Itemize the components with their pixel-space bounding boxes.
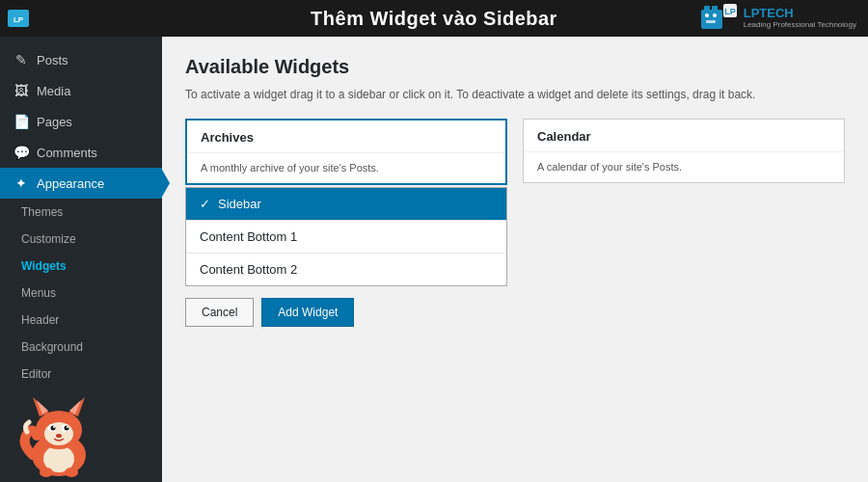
appearance-icon: ✦ [14, 175, 29, 191]
svg-point-6 [713, 13, 717, 17]
widgets-label: Widgets [21, 259, 67, 273]
sidebar-option-content-bottom-2[interactable]: Content Bottom 2 [186, 254, 506, 285]
svg-text:LP: LP [14, 15, 24, 24]
archives-widget[interactable]: Archives A monthly archive of your site'… [185, 119, 507, 185]
svg-point-135 [40, 468, 53, 477]
content-panel: Available Widgets To activate a widget d… [162, 37, 868, 482]
top-bar: LP Thêm Widget vào Sidebar LP LPTECH Lea… [0, 0, 868, 37]
themes-label: Themes [21, 205, 63, 219]
add-widget-button[interactable]: Add Widget [261, 298, 354, 327]
sidebar-item-posts[interactable]: ✎ Posts [0, 44, 162, 75]
lptech-logo-right-icon: LP [699, 2, 738, 35]
svg-point-131 [65, 426, 69, 431]
sidebar-item-posts-label: Posts [37, 53, 68, 67]
top-bar-right: LP LPTECH Leading Professional Technolog… [699, 2, 856, 35]
top-bar-logo-left: LP [8, 10, 29, 27]
svg-point-5 [705, 13, 709, 17]
editor-label: Editor [21, 367, 51, 381]
svg-rect-4 [712, 6, 718, 13]
svg-point-133 [67, 426, 68, 428]
widget-grid: Archives A monthly archive of your site'… [185, 119, 845, 327]
calendar-widget-title: Calendar [524, 120, 844, 152]
lptech-brand-text: LPTECH Leading Professional Technology [744, 7, 856, 29]
available-widgets-title: Available Widgets [185, 56, 845, 78]
sidebar-submenu-editor[interactable]: Editor [0, 361, 162, 388]
widget-action-buttons: Cancel Add Widget [185, 298, 507, 327]
sidebar-item-appearance-label: Appearance [37, 176, 104, 191]
svg-point-134 [56, 434, 62, 438]
posts-icon: ✎ [14, 52, 29, 67]
fox-mascot-svg [15, 386, 102, 482]
pages-icon: 📄 [14, 114, 29, 129]
sidebar-item-media-label: Media [37, 84, 70, 98]
sidebar-submenu-widgets[interactable]: Widgets [0, 253, 162, 280]
header-label: Header [21, 313, 59, 327]
sidebar-submenu-customize[interactable]: Customize [0, 226, 162, 253]
sidebar-submenu-themes[interactable]: Themes [0, 199, 162, 226]
cancel-button[interactable]: Cancel [185, 298, 254, 327]
main-area: ✎ Posts 🖼 Media 📄 Pages 💬 Comments ✦ App… [0, 37, 868, 482]
sidebar-item-comments[interactable]: 💬 Comments [0, 137, 162, 168]
archives-widget-column: Archives A monthly archive of your site'… [185, 119, 507, 327]
menus-label: Menus [21, 286, 56, 300]
comments-icon: 💬 [14, 145, 29, 160]
sidebar-submenu-menus[interactable]: Menus [0, 280, 162, 307]
sidebar-option-content-bottom-1[interactable]: Content Bottom 1 [186, 221, 506, 254]
sidebar-item-pages-label: Pages [37, 115, 72, 129]
calendar-widget[interactable]: Calendar A calendar of your site's Posts… [523, 119, 845, 183]
archives-widget-title: Archives [187, 120, 505, 153]
svg-point-130 [51, 426, 56, 431]
archives-widget-desc: A monthly archive of your site's Posts. [187, 153, 505, 183]
lptech-logo-left-icon: LP [8, 10, 29, 27]
svg-text:LP: LP [724, 7, 736, 16]
sidebar-item-media[interactable]: 🖼 Media [0, 75, 162, 106]
sidebar-option-sidebar[interactable]: Sidebar [186, 188, 506, 221]
page-title: Thêm Widget vào Sidebar [311, 8, 557, 30]
svg-rect-3 [704, 6, 710, 13]
calendar-widget-column: Calendar A calendar of your site's Posts… [523, 119, 845, 327]
fox-mascot [15, 386, 102, 472]
customize-label: Customize [21, 232, 76, 246]
svg-point-132 [53, 426, 55, 428]
sidebar-item-comments-label: Comments [37, 146, 97, 160]
svg-rect-7 [706, 20, 716, 23]
available-widgets-description: To activate a widget drag it to a sideba… [185, 86, 845, 103]
sidebar-item-pages[interactable]: 📄 Pages [0, 106, 162, 137]
sidebar-submenu-header[interactable]: Header [0, 307, 162, 334]
media-icon: 🖼 [14, 83, 29, 98]
sidebar-location-dropdown: Sidebar Content Bottom 1 Content Bottom … [185, 187, 507, 286]
svg-point-136 [65, 468, 78, 477]
sidebar-item-appearance[interactable]: ✦ Appearance [0, 168, 162, 199]
calendar-widget-desc: A calendar of your site's Posts. [524, 152, 844, 182]
sidebar-submenu-background[interactable]: Background [0, 334, 162, 361]
background-label: Background [21, 340, 83, 354]
